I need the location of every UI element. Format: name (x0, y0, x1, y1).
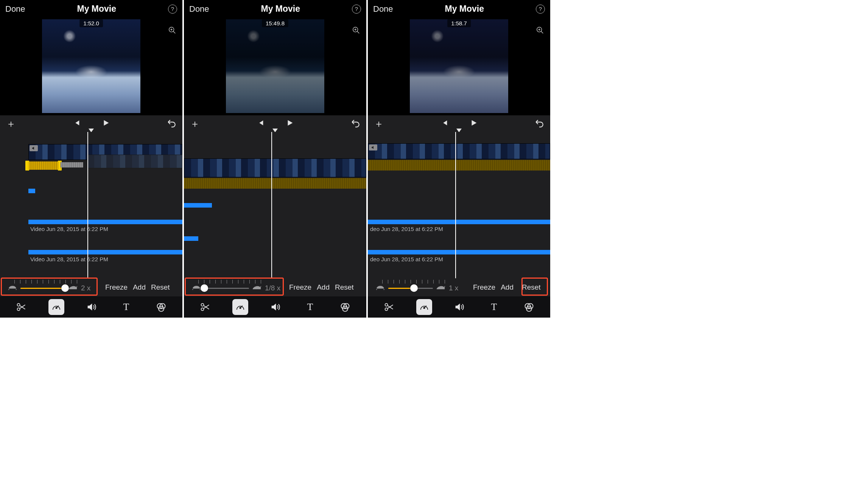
playhead[interactable] (455, 132, 456, 278)
svg-point-26 (423, 307, 425, 309)
skip-to-start-button[interactable] (256, 119, 265, 129)
svg-line-1 (173, 31, 176, 34)
clip-label: Video Jun 28, 2015 at 6:22 PM (30, 226, 108, 232)
slider-thumb[interactable] (201, 284, 208, 292)
speed-slider[interactable] (204, 288, 249, 289)
add-speed-button[interactable]: Add (133, 283, 146, 292)
undo-button[interactable] (167, 118, 176, 129)
transport-bar: ＋ (0, 115, 182, 132)
add-media-button[interactable]: ＋ (6, 117, 16, 130)
speedometer-tool[interactable] (232, 299, 248, 315)
help-button[interactable]: ? (168, 5, 177, 14)
video-preview[interactable] (410, 19, 508, 113)
add-speed-button[interactable]: Add (317, 283, 330, 292)
done-button[interactable]: Done (5, 4, 25, 14)
reset-speed-button[interactable]: Reset (335, 283, 354, 292)
rabbit-icon (68, 284, 78, 293)
slider-thumb[interactable] (61, 284, 69, 292)
timeline[interactable] (184, 132, 366, 278)
preview-area: 1:52.0 (0, 17, 182, 115)
audio-stub[interactable] (28, 189, 35, 193)
slider-ticks (198, 280, 265, 284)
add-speed-button[interactable]: Add (501, 283, 514, 292)
slider-thumb[interactable] (410, 284, 418, 292)
speed-handle-left[interactable] (25, 161, 29, 171)
preview-area: 15:49.8 (184, 17, 366, 115)
freeze-button[interactable]: Freeze (105, 283, 128, 292)
undo-button[interactable] (350, 118, 360, 129)
undo-button[interactable] (534, 118, 544, 129)
scissors-tool[interactable] (381, 299, 397, 315)
video-preview[interactable] (226, 19, 324, 113)
zoom-button[interactable] (167, 25, 177, 35)
playhead[interactable] (87, 132, 88, 278)
titles-tool[interactable]: T (302, 299, 318, 315)
header: Done My Movie ? (0, 0, 182, 17)
zoom-button[interactable] (535, 25, 545, 35)
add-media-button[interactable]: ＋ (374, 117, 384, 130)
video-clip[interactable] (184, 158, 366, 177)
titles-tool[interactable]: T (118, 299, 134, 315)
help-button[interactable]: ? (536, 5, 545, 14)
project-title: My Movie (445, 4, 484, 14)
scissors-tool[interactable] (197, 299, 213, 315)
skip-to-start-button[interactable] (440, 119, 448, 129)
freeze-button[interactable]: Freeze (473, 283, 495, 292)
freeze-button[interactable]: Freeze (289, 283, 311, 292)
filters-tool[interactable] (521, 299, 537, 315)
reset-speed-button[interactable]: Reset (151, 283, 170, 292)
audio-track-2[interactable] (28, 250, 182, 254)
speed-segment[interactable] (368, 160, 550, 171)
volume-tool[interactable] (83, 299, 99, 315)
filters-tool[interactable] (337, 299, 353, 315)
help-button[interactable]: ? (352, 5, 361, 14)
speed-segment-slow[interactable] (184, 178, 366, 189)
zoom-button[interactable] (351, 25, 361, 35)
audio-track-1[interactable] (28, 220, 182, 224)
timecode-badge: 1:52.0 (79, 19, 103, 27)
timecode-badge: 1:58.7 (447, 19, 471, 27)
speed-slider[interactable] (20, 288, 65, 289)
editor-panel: Done My Movie ? 1:52.0 ＋ Video Jun 28, 2… (0, 0, 182, 318)
play-button[interactable] (470, 119, 478, 129)
speed-controls: 2 x Freeze Add Reset (0, 278, 182, 296)
scissors-tool[interactable] (13, 299, 29, 315)
titles-tool[interactable]: T (486, 299, 502, 315)
svg-point-16 (240, 307, 241, 309)
skip-to-start-button[interactable] (72, 119, 81, 129)
audio-stub-1[interactable] (184, 203, 212, 208)
play-button[interactable] (286, 119, 294, 129)
audio-track-1[interactable] (368, 220, 550, 224)
done-button[interactable]: Done (373, 4, 393, 14)
timeline[interactable]: deo Jun 28, 2015 at 6:22 PM deo Jun 28, … (368, 132, 550, 278)
play-button[interactable] (102, 119, 110, 129)
preview-area: 1:58.7 (368, 17, 550, 115)
project-title: My Movie (77, 4, 117, 14)
done-button[interactable]: Done (189, 4, 209, 14)
timeline[interactable]: Video Jun 28, 2015 at 6:22 PM Video Jun … (0, 132, 182, 278)
volume-tool[interactable] (451, 299, 467, 315)
edit-toolbar: T (0, 296, 182, 318)
speed-segment-normal[interactable] (61, 162, 83, 167)
turtle-icon (191, 284, 201, 293)
turtle-icon (375, 284, 385, 293)
header: Done My Movie ? (368, 0, 550, 17)
audio-track-2[interactable] (368, 250, 550, 254)
playhead[interactable] (271, 132, 272, 278)
mute-icon (369, 144, 377, 150)
speedometer-tool[interactable] (416, 299, 432, 315)
speedometer-tool[interactable] (48, 299, 64, 315)
audio-stub-2[interactable] (184, 236, 198, 241)
edit-toolbar: T (368, 296, 550, 318)
speed-segment-fast[interactable] (26, 161, 61, 170)
rabbit-icon (436, 284, 446, 293)
filters-tool[interactable] (153, 299, 169, 315)
volume-tool[interactable] (267, 299, 283, 315)
speed-slider[interactable] (388, 288, 433, 289)
add-media-button[interactable]: ＋ (190, 117, 200, 130)
speed-controls: 1/8 x Freeze Add Reset (184, 278, 366, 296)
video-clip[interactable] (368, 143, 550, 159)
speed-slider-group: 1 x (373, 282, 468, 293)
video-preview[interactable] (42, 19, 140, 113)
reset-speed-button[interactable]: Reset (519, 281, 544, 294)
